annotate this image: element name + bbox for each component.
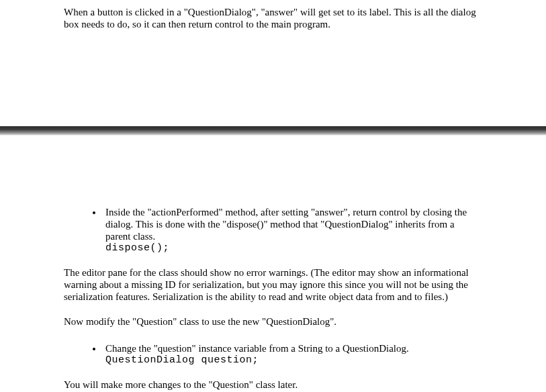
bullet-text: Change the "question" instance variable … — [105, 342, 481, 354]
body-paragraph: You will make more changes to the "Quest… — [64, 379, 481, 391]
bullet-text: Inside the "actionPerformed" method, aft… — [105, 206, 481, 242]
code-line: QuestionDialog question; — [105, 354, 481, 366]
body-paragraph: The editor pane for the class should sho… — [64, 266, 481, 303]
top-section: When a button is clicked in a "QuestionD… — [0, 6, 546, 30]
bullet-list-2: Change the "question" instance variable … — [64, 342, 481, 366]
list-item: Inside the "actionPerformed" method, aft… — [103, 206, 481, 254]
body-paragraph: Now modify the "Question" class to use t… — [64, 315, 481, 328]
bullet-list-1: Inside the "actionPerformed" method, aft… — [64, 206, 481, 254]
page-break — [0, 126, 546, 136]
intro-paragraph: When a button is clicked in a "QuestionD… — [64, 6, 481, 30]
bottom-section: Inside the "actionPerformed" method, aft… — [0, 206, 546, 391]
code-line: dispose(); — [105, 242, 481, 254]
list-item: Change the "question" instance variable … — [103, 342, 481, 366]
